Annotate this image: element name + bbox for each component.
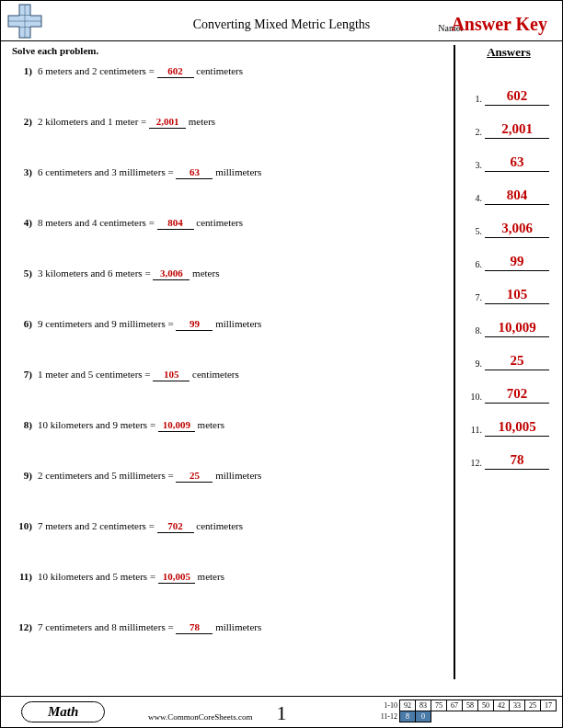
grid-row-label: 11-12 (376, 711, 400, 722)
answer-number: 7. (468, 292, 485, 304)
problem-row: 12) 7 centimeters and 8 millimeters = 78… (12, 618, 408, 668)
grid-cell: 67 (447, 700, 463, 711)
page-number: 1 (277, 701, 287, 725)
problem-text: 3 kilometers and 6 meters = 3,006 meters (38, 267, 219, 280)
answer-row: 12.78 (468, 437, 549, 470)
problem-row: 3) 6 centimeters and 3 millimeters = 63 … (12, 163, 408, 213)
grid-cell: 92 (400, 700, 416, 711)
answer-row: 10.702 (468, 370, 549, 404)
problem-text: 2 centimeters and 5 millimeters = 25 mil… (38, 470, 261, 483)
grid-cell: 75 (431, 700, 447, 711)
problem-before: 7 meters and 2 centimeters = (38, 520, 157, 531)
grid-cell: 0 (416, 711, 431, 722)
answer-value: 99 (485, 254, 549, 271)
answer-number: 3. (468, 160, 485, 172)
problem-text: 7 meters and 2 centimeters = 702 centime… (38, 520, 243, 533)
problem-number: 6) (12, 318, 38, 329)
grid-cell: 50 (478, 700, 494, 711)
problem-text: 7 centimeters and 8 millimeters = 78 mil… (38, 621, 261, 634)
answer-number: 11. (468, 425, 485, 437)
answer-row: 4.804 (468, 172, 549, 205)
problem-row: 7) 1 meter and 5 centimeters = 105 centi… (12, 365, 408, 415)
problem-after: meters (186, 116, 215, 127)
answer-row: 1.602 (468, 73, 549, 106)
problem-before: 6 meters and 2 centimeters = (38, 65, 157, 76)
problem-text: 6 meters and 2 centimeters = 602 centime… (38, 65, 243, 78)
problem-number: 11) (12, 571, 38, 582)
worksheet-footer: Math www.CommonCoreSheets.com 1 1-10 92 … (1, 696, 562, 727)
problem-before: 7 centimeters and 8 millimeters = (38, 621, 176, 632)
problem-number: 9) (12, 470, 38, 481)
grid-row-label: 1-10 (376, 700, 400, 711)
answer-number: 5. (468, 226, 485, 238)
answer-value: 25 (485, 353, 549, 370)
answer-value: 105 (485, 287, 549, 304)
answer-number: 8. (468, 325, 485, 337)
grid-cell: 58 (463, 700, 478, 711)
problem-before: 9 centimeters and 9 millimeters = (38, 318, 176, 329)
answer-value: 10,009 (485, 320, 549, 337)
problem-before: 10 kilometers and 9 meters = (38, 419, 158, 430)
problem-after: centimeters (194, 520, 243, 531)
answer-number: 12. (468, 458, 485, 470)
answers-heading: Answers (468, 45, 549, 60)
answer-number: 9. (468, 358, 485, 370)
answer-blank: 602 (157, 65, 194, 78)
answer-blank: 2,001 (149, 116, 186, 129)
problem-row: 9) 2 centimeters and 5 millimeters = 25 … (12, 466, 408, 517)
answer-value: 10,005 (485, 419, 549, 437)
answer-number: 6. (468, 259, 485, 271)
problem-number: 2) (12, 116, 38, 127)
answer-value: 702 (485, 386, 549, 404)
problem-text: 10 kilometers and 5 meters = 10,005 mete… (38, 571, 224, 584)
problem-row: 4) 8 meters and 4 centimeters = 804 cent… (12, 213, 408, 264)
problem-before: 10 kilometers and 5 meters = (38, 571, 158, 582)
answer-blank: 105 (153, 369, 190, 381)
problem-row: 5) 3 kilometers and 6 meters = 3,006 met… (12, 264, 408, 314)
problem-after: centimeters (190, 369, 238, 380)
answer-blank: 63 (176, 166, 213, 179)
problem-row: 2) 2 kilometers and 1 meter = 2,001 mete… (12, 112, 408, 163)
problem-text: 1 meter and 5 centimeters = 105 centimet… (38, 369, 239, 381)
problem-after: meters (195, 419, 224, 430)
answer-value: 602 (485, 88, 549, 106)
problem-row: 1) 6 meters and 2 centimeters = 602 cent… (12, 62, 408, 112)
answer-blank: 3,006 (153, 267, 190, 280)
grid-cell: 42 (494, 700, 510, 711)
instructions: Solve each problem. (12, 45, 98, 56)
problem-row: 6) 9 centimeters and 9 millimeters = 99 … (12, 314, 408, 365)
problem-after: meters (195, 571, 224, 582)
problem-number: 10) (12, 520, 38, 531)
worksheet-header: Converting Mixed Metric Lengths Name: An… (1, 1, 562, 41)
answer-value: 78 (485, 452, 549, 470)
answer-number: 2. (468, 127, 485, 139)
answer-blank: 804 (157, 217, 194, 230)
problem-row: 11) 10 kilometers and 5 meters = 10,005 … (12, 567, 408, 618)
answer-number: 4. (468, 193, 485, 205)
problem-row: 8) 10 kilometers and 9 meters = 10,009 m… (12, 415, 408, 466)
problem-number: 8) (12, 419, 38, 430)
problem-after: millimeters (213, 318, 261, 329)
answer-key-label: Answer Key (451, 14, 547, 35)
problem-before: 8 meters and 4 centimeters = (38, 217, 157, 228)
problem-before: 1 meter and 5 centimeters = (38, 369, 153, 380)
problem-before: 2 kilometers and 1 meter = (38, 116, 149, 127)
problems-list: 1) 6 meters and 2 centimeters = 602 cent… (12, 62, 408, 668)
problem-number: 3) (12, 166, 38, 177)
answer-row: 9.25 (468, 337, 549, 370)
site-url: www.CommonCoreSheets.com (148, 712, 252, 722)
subject-badge: Math (21, 701, 105, 722)
problem-before: 2 centimeters and 5 millimeters = (38, 470, 176, 481)
answer-blank: 25 (176, 470, 213, 483)
answer-value: 2,001 (485, 121, 549, 139)
answer-blank: 702 (157, 520, 194, 533)
problem-after: centimeters (194, 217, 243, 228)
problem-text: 2 kilometers and 1 meter = 2,001 meters (38, 116, 215, 129)
problem-row: 10) 7 meters and 2 centimeters = 702 cen… (12, 517, 408, 567)
problem-number: 12) (12, 621, 38, 632)
answer-row: 2.2,001 (468, 106, 549, 139)
answer-row: 11.10,005 (468, 404, 549, 437)
answer-row: 5.3,006 (468, 205, 549, 238)
answers-column: Answers 1.602 2.2,001 3.63 4.804 5.3,006… (454, 45, 549, 679)
grid-cell: 83 (416, 700, 431, 711)
